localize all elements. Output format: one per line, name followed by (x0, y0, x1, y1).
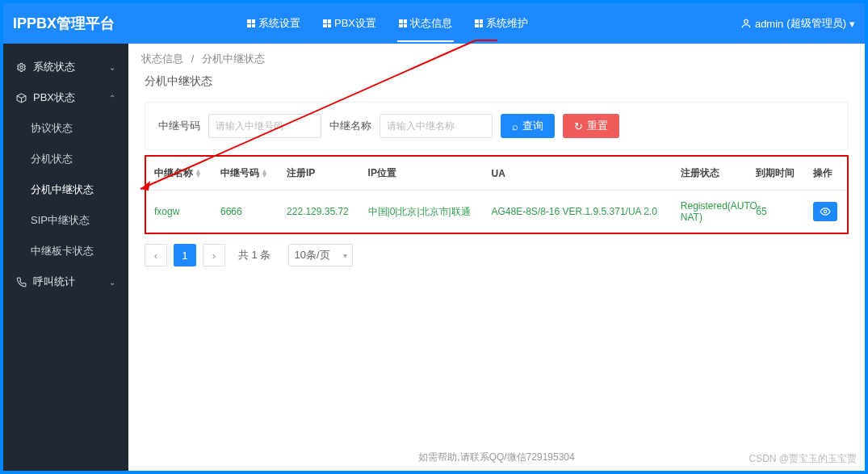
nav-pbx-settings[interactable]: PBX设置 (315, 10, 384, 37)
pager-next[interactable]: › (203, 244, 225, 266)
sidebar-group-call-stats[interactable]: 呼叫统计 ⌄ (3, 266, 128, 297)
chevron-down-icon: ⌄ (109, 63, 115, 72)
watermark: CSDN @贾宝玉的玉宝贾 (748, 452, 857, 466)
cell-name: fxogw (146, 191, 212, 233)
sidebar-item-label: 分机中继状态 (31, 183, 94, 195)
sort-icon: ▲▼ (261, 170, 268, 178)
view-button[interactable] (813, 202, 837, 221)
sidebar-group-pbx-status[interactable]: PBX状态 ⌃ (3, 82, 128, 113)
nav-label: 状态信息 (410, 16, 452, 31)
grid-icon (247, 19, 255, 27)
sidebar-item-trunk-card-status[interactable]: 中继板卡状态 (3, 236, 128, 266)
app-title: IPPBX管理平台 (13, 14, 239, 33)
col-name[interactable]: 中继名称▲▼ (146, 157, 212, 191)
svg-point-2 (824, 210, 827, 213)
col-ip-loc: IP位置 (360, 157, 484, 191)
pager-size-label: 10条/页 (294, 248, 329, 262)
pagination: ‹ 1 › 共 1 条 10条/页 ▾ (145, 244, 849, 266)
cell-action (805, 191, 847, 233)
cell-ua: AG48E-8S/8-16 VER.1.9.5.371/UA 2.0 (484, 191, 673, 233)
pager-page-1[interactable]: 1 (174, 244, 196, 266)
breadcrumb-leaf: 分机中继状态 (202, 52, 265, 65)
filter-trunk-no-input[interactable] (208, 114, 321, 138)
col-action: 操作 (805, 157, 847, 191)
page-title: 分机中继状态 (128, 71, 865, 97)
grid-icon (475, 19, 483, 27)
sidebar-item-sip-trunk-status[interactable]: SIP中继状态 (3, 205, 128, 236)
filter-trunk-name-input[interactable] (379, 114, 493, 138)
breadcrumb: 状态信息 / 分机中继状态 (128, 44, 865, 71)
nav-status-info[interactable]: 状态信息 (391, 10, 460, 37)
col-ua: UA (484, 157, 673, 191)
sort-icon: ▲▼ (195, 170, 202, 178)
col-reg-ip: 注册IP (279, 157, 360, 191)
grid-icon (399, 19, 407, 27)
cell-expire: 65 (748, 191, 805, 233)
search-button[interactable]: ⌕ 查询 (501, 114, 555, 138)
cell-number: 6666 (212, 191, 279, 233)
user-menu[interactable]: admin(超级管理员) ▾ (740, 16, 855, 31)
search-button-label: 查询 (522, 119, 543, 133)
grid-icon (323, 19, 331, 27)
sidebar-group-label: PBX状态 (33, 90, 75, 105)
sidebar-item-label: SIP中继状态 (31, 214, 90, 226)
reset-button-label: 重置 (587, 119, 608, 133)
sidebar-item-ext-status[interactable]: 分机状态 (3, 144, 128, 174)
sidebar-item-label: 分机状态 (31, 153, 73, 165)
sidebar-item-ext-trunk-status[interactable]: 分机中继状态 (3, 174, 128, 205)
sidebar: 系统状态 ⌄ PBX状态 ⌃ 协议状态 分机状态 分机中继状态 SIP中继状态 … (3, 44, 128, 471)
breadcrumb-sep: / (191, 52, 195, 65)
filter-trunk-name-label: 中继名称 (329, 119, 371, 133)
sidebar-item-label: 协议状态 (31, 122, 73, 134)
pager-size-select[interactable]: 10条/页 ▾ (288, 244, 353, 266)
content: 状态信息 / 分机中继状态 分机中继状态 中继号码 中继名称 ⌕ 查询 ↻ 重置 (128, 44, 865, 471)
breadcrumb-root: 状态信息 (141, 52, 183, 65)
cube-icon (16, 93, 27, 103)
user-icon (740, 18, 752, 29)
nav-system-maintenance[interactable]: 系统维护 (467, 10, 536, 37)
nav-label: 系统设置 (258, 16, 300, 31)
col-number[interactable]: 中继号码▲▼ (212, 157, 279, 191)
svg-point-1 (20, 65, 23, 68)
nav-label: PBX设置 (334, 16, 376, 31)
gear-icon (16, 62, 27, 73)
chevron-down-icon: ▾ (343, 251, 347, 260)
chevron-down-icon: ▾ (849, 18, 855, 30)
col-reg-state: 注册状态 (673, 157, 748, 191)
trunk-table: 中继名称▲▼ 中继号码▲▼ 注册IP IP位置 UA 注册状态 到期时间 操作 (145, 155, 849, 234)
user-name: admin (755, 18, 783, 30)
sidebar-group-system-status[interactable]: 系统状态 ⌄ (3, 52, 128, 82)
sidebar-item-label: 中继板卡状态 (31, 245, 94, 257)
pager-total: 共 1 条 (238, 248, 270, 262)
cell-reg-state: Registered(AUTO-NAT) (673, 191, 748, 233)
col-expire: 到期时间 (748, 157, 805, 191)
nav-system-settings[interactable]: 系统设置 (239, 10, 308, 37)
pager-prev[interactable]: ‹ (145, 244, 167, 266)
search-icon: ⌕ (512, 120, 518, 132)
sidebar-item-protocol-status[interactable]: 协议状态 (3, 113, 128, 144)
chevron-down-icon: ⌄ (109, 278, 115, 287)
reset-icon: ↻ (574, 120, 583, 132)
filter-bar: 中继号码 中继名称 ⌕ 查询 ↻ 重置 (145, 102, 849, 150)
svg-point-0 (744, 19, 748, 23)
chevron-up-icon: ⌃ (109, 94, 115, 103)
topnav: 系统设置 PBX设置 状态信息 系统维护 (239, 10, 740, 37)
table-row: fxogw 6666 222.129.35.72 中国|0|北京|北京市|联通 … (146, 191, 847, 233)
phone-icon (16, 277, 27, 287)
sidebar-group-label: 系统状态 (33, 60, 75, 74)
nav-label: 系统维护 (486, 16, 528, 31)
cell-reg-ip: 222.129.35.72 (279, 191, 360, 233)
topbar: IPPBX管理平台 系统设置 PBX设置 状态信息 系统维护 admin(超级管… (3, 3, 865, 44)
reset-button[interactable]: ↻ 重置 (563, 114, 619, 138)
eye-icon (820, 206, 831, 217)
filter-trunk-no-label: 中继号码 (158, 119, 200, 133)
user-role: (超级管理员) (786, 16, 846, 31)
cell-ip-loc: 中国|0|北京|北京市|联通 (360, 191, 484, 233)
table-header-row: 中继名称▲▼ 中继号码▲▼ 注册IP IP位置 UA 注册状态 到期时间 操作 (146, 157, 847, 191)
sidebar-group-label: 呼叫统计 (33, 275, 75, 289)
